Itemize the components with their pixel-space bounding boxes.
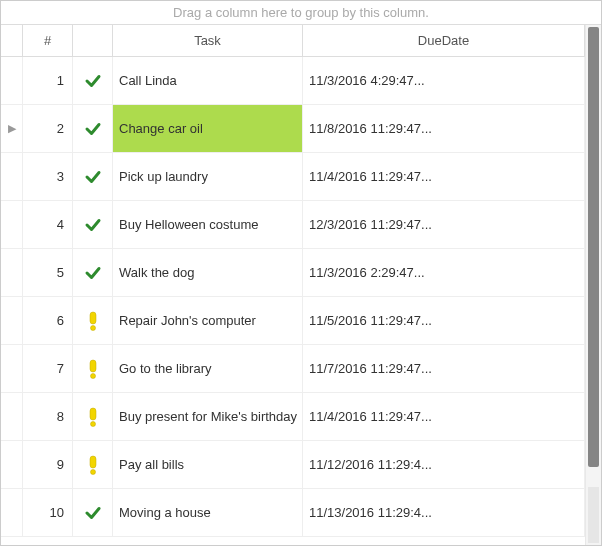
cell-duedate[interactable]: 11/4/2016 11:29:47...	[303, 153, 585, 200]
cell-number[interactable]: 1	[23, 57, 73, 104]
cell-duedate[interactable]: 11/13/2016 11:29:4...	[303, 489, 585, 536]
table-row[interactable]: 3Pick up laundry11/4/2016 11:29:47...	[1, 153, 585, 201]
scroll-track-gap	[588, 487, 599, 543]
cell-status[interactable]	[73, 57, 113, 104]
row-indicator	[1, 393, 23, 440]
table-row[interactable]: 6Repair John's computer11/5/2016 11:29:4…	[1, 297, 585, 345]
scroll-thumb[interactable]	[588, 27, 599, 467]
cell-status[interactable]	[73, 297, 113, 344]
cell-status[interactable]	[73, 105, 113, 152]
cell-status[interactable]	[73, 393, 113, 440]
cell-number[interactable]: 5	[23, 249, 73, 296]
row-indicator	[1, 249, 23, 296]
cell-number[interactable]: 8	[23, 393, 73, 440]
cell-task[interactable]: Change car oil	[113, 105, 303, 152]
header-number[interactable]: #	[23, 25, 73, 56]
current-row-arrow-icon: ▶	[8, 122, 16, 135]
cell-task[interactable]: Pay all bills	[113, 441, 303, 488]
cell-status[interactable]	[73, 201, 113, 248]
table-row[interactable]: 8Buy present for Mike's birthday11/4/201…	[1, 393, 585, 441]
row-indicator	[1, 201, 23, 248]
cell-number[interactable]: 9	[23, 441, 73, 488]
cell-status[interactable]	[73, 249, 113, 296]
cell-duedate[interactable]: 12/3/2016 11:29:47...	[303, 201, 585, 248]
table-row[interactable]: 7Go to the library11/7/2016 11:29:47...	[1, 345, 585, 393]
check-icon	[84, 504, 102, 522]
cell-task[interactable]: Moving a house	[113, 489, 303, 536]
row-indicator	[1, 153, 23, 200]
cell-task[interactable]: Pick up laundry	[113, 153, 303, 200]
grid-body: # Task DueDate 1Call Linda11/3/2016 4:29…	[1, 25, 601, 545]
svg-rect-0	[90, 312, 96, 324]
svg-rect-4	[90, 408, 96, 420]
cell-task[interactable]: Buy Helloween costume	[113, 201, 303, 248]
table-row[interactable]: ▶2Change car oil11/8/2016 11:29:47...	[1, 105, 585, 153]
table-row[interactable]: 4Buy Helloween costume12/3/2016 11:29:47…	[1, 201, 585, 249]
check-icon	[84, 72, 102, 90]
cell-duedate[interactable]: 11/4/2016 11:29:47...	[303, 393, 585, 440]
cell-duedate[interactable]: 11/5/2016 11:29:47...	[303, 297, 585, 344]
header-row: # Task DueDate	[1, 25, 585, 57]
warning-icon	[88, 455, 98, 475]
cell-duedate[interactable]: 11/7/2016 11:29:47...	[303, 345, 585, 392]
table-row[interactable]: 9Pay all bills11/12/2016 11:29:4...	[1, 441, 585, 489]
warning-icon	[88, 407, 98, 427]
svg-point-1	[90, 325, 95, 330]
table-row[interactable]: 10Moving a house11/13/2016 11:29:4...	[1, 489, 585, 537]
cell-status[interactable]	[73, 153, 113, 200]
grid-content: # Task DueDate 1Call Linda11/3/2016 4:29…	[1, 25, 585, 545]
cell-task[interactable]: Repair John's computer	[113, 297, 303, 344]
cell-task[interactable]: Go to the library	[113, 345, 303, 392]
header-indicator[interactable]	[1, 25, 23, 56]
header-task[interactable]: Task	[113, 25, 303, 56]
svg-point-5	[90, 421, 95, 426]
row-indicator	[1, 345, 23, 392]
cell-number[interactable]: 3	[23, 153, 73, 200]
check-icon	[84, 168, 102, 186]
cell-task[interactable]: Walk the dog	[113, 249, 303, 296]
svg-rect-6	[90, 456, 96, 468]
cell-task[interactable]: Buy present for Mike's birthday	[113, 393, 303, 440]
group-by-panel[interactable]: Drag a column here to group by this colu…	[1, 1, 601, 25]
cell-number[interactable]: 7	[23, 345, 73, 392]
row-indicator	[1, 297, 23, 344]
table-row[interactable]: 5Walk the dog11/3/2016 2:29:47...	[1, 249, 585, 297]
check-icon	[84, 120, 102, 138]
data-grid[interactable]: Drag a column here to group by this colu…	[0, 0, 602, 546]
cell-status[interactable]	[73, 345, 113, 392]
cell-number[interactable]: 4	[23, 201, 73, 248]
data-rows: 1Call Linda11/3/2016 4:29:47...▶2Change …	[1, 57, 585, 537]
svg-point-3	[90, 373, 95, 378]
warning-icon	[88, 311, 98, 331]
cell-duedate[interactable]: 11/3/2016 2:29:47...	[303, 249, 585, 296]
check-icon	[84, 264, 102, 282]
svg-point-7	[90, 469, 95, 474]
cell-status[interactable]	[73, 489, 113, 536]
cell-duedate[interactable]: 11/8/2016 11:29:47...	[303, 105, 585, 152]
cell-task[interactable]: Call Linda	[113, 57, 303, 104]
row-indicator	[1, 441, 23, 488]
cell-number[interactable]: 6	[23, 297, 73, 344]
cell-status[interactable]	[73, 441, 113, 488]
cell-duedate[interactable]: 11/12/2016 11:29:4...	[303, 441, 585, 488]
check-icon	[84, 216, 102, 234]
header-duedate[interactable]: DueDate	[303, 25, 585, 56]
row-indicator: ▶	[1, 105, 23, 152]
warning-icon	[88, 359, 98, 379]
header-status[interactable]	[73, 25, 113, 56]
vertical-scrollbar[interactable]	[585, 25, 601, 545]
row-indicator	[1, 489, 23, 536]
table-row[interactable]: 1Call Linda11/3/2016 4:29:47...	[1, 57, 585, 105]
cell-number[interactable]: 2	[23, 105, 73, 152]
cell-duedate[interactable]: 11/3/2016 4:29:47...	[303, 57, 585, 104]
svg-rect-2	[90, 360, 96, 372]
cell-number[interactable]: 10	[23, 489, 73, 536]
row-indicator	[1, 57, 23, 104]
